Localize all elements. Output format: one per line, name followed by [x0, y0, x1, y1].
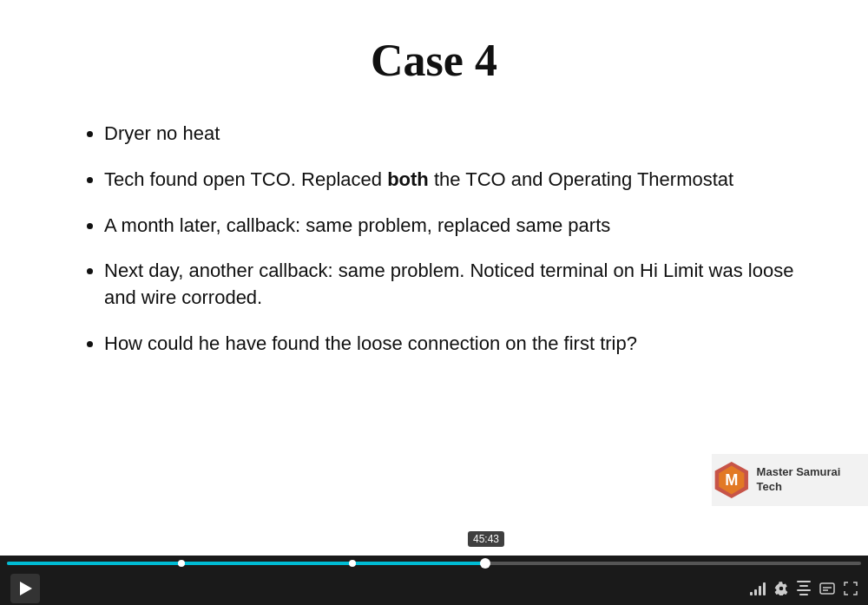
signal-bar-2: [754, 589, 757, 595]
controls-bar: 45:43: [0, 556, 868, 605]
right-controls: [750, 581, 858, 595]
controls-row: [0, 571, 868, 605]
bullet-text-4: Next day, another callback: same problem…: [104, 260, 793, 308]
progress-thumb: [480, 558, 490, 569]
logo-text: Master Samurai Tech: [757, 465, 859, 495]
chapters-icon[interactable]: [797, 581, 811, 595]
subtitles-icon[interactable]: [819, 582, 835, 595]
bullet-text-1: Dryer no heat: [104, 122, 220, 144]
play-icon: [20, 582, 32, 595]
fullscreen-icon[interactable]: [844, 582, 858, 595]
signal-bar-3: [759, 586, 761, 595]
logo-area: M Master Samurai Tech: [712, 454, 868, 506]
list-line-4: [799, 594, 808, 595]
list-line-1: [797, 581, 811, 582]
bullet-text-5: How could he have found the loose connec…: [104, 332, 637, 354]
list-item: Next day, another callback: same problem…: [104, 258, 799, 312]
chapter-dot-2: [349, 560, 356, 567]
progress-area[interactable]: 45:43: [0, 556, 868, 571]
bullet-text-2a: Tech found open TCO. Replaced both the T…: [104, 168, 733, 190]
play-button[interactable]: [10, 574, 40, 603]
logo-icon: M: [712, 458, 752, 502]
svg-text:M: M: [725, 470, 738, 489]
bullet-list: Dryer no heat Tech found open TCO. Repla…: [69, 121, 799, 358]
chapter-dot-1: [178, 560, 185, 567]
progress-track[interactable]: [7, 562, 861, 565]
slide-content: Case 4 Dryer no heat Tech found open TCO…: [0, 0, 868, 411]
bullet-text-3: A month later, callback: same problem, r…: [104, 214, 610, 236]
signal-bar-1: [750, 592, 753, 595]
list-line-2: [799, 585, 808, 587]
time-tooltip: 45:43: [468, 531, 504, 547]
slide-container: Case 4 Dryer no heat Tech found open TCO…: [0, 0, 868, 556]
list-item: How could he have found the loose connec…: [104, 331, 799, 358]
settings-icon[interactable]: [774, 582, 788, 595]
svg-rect-3: [820, 583, 834, 594]
list-item: Tech found open TCO. Replaced both the T…: [104, 167, 799, 194]
list-line-3: [797, 589, 811, 591]
list-item: Dryer no heat: [104, 121, 799, 148]
slide-title: Case 4: [69, 35, 799, 86]
signal-icon[interactable]: [750, 582, 766, 595]
progress-fill: [7, 562, 485, 565]
signal-bar-4: [763, 582, 766, 595]
list-item: A month later, callback: same problem, r…: [104, 213, 799, 240]
